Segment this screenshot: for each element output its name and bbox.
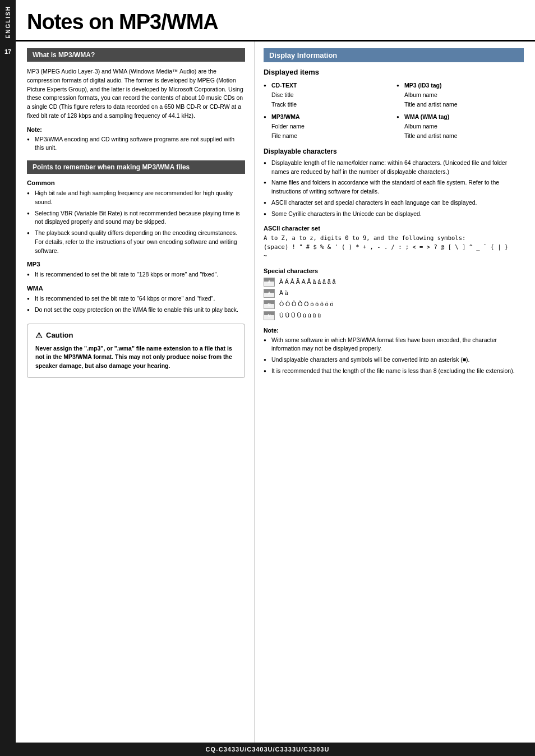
common-item-1: High bit rate and high sampling frequenc…	[27, 189, 245, 207]
note-item-r2: Undisplayable characters and symbols wil…	[264, 356, 524, 365]
what-is-header: What is MP3/WMA?	[27, 48, 245, 62]
char-icon-a2: A	[264, 289, 275, 298]
char-text-1: À Á Â Ã Ä Å à á â ã å	[279, 278, 335, 286]
mp3-title: MP3	[27, 261, 245, 268]
bottom-area: 18 CQ-C3433U/C3403U/C3333U/C3303U	[16, 745, 535, 756]
mp3-id3-album: Album name	[396, 90, 524, 100]
right-column: Display Information Displayed items CD-T…	[255, 42, 535, 745]
common-item-2: Selecting VBR (Variable Bit Rate) is not…	[27, 209, 245, 227]
note-label-2: Note:	[264, 327, 524, 334]
mp3-list: It is recommended to set the bit rate to…	[27, 270, 245, 279]
mp3-id3-title: Title and artist name	[396, 100, 524, 109]
displayable-title: Displayable characters	[264, 147, 524, 155]
mp3-id3-label: MP3 (ID3 tag)	[396, 81, 524, 90]
main-content: Notes on MP3/WMA What is MP3/WMA? MP3 (M…	[16, 0, 535, 756]
char-row-4: U Ù Ú Û Ü ù ú û ü	[264, 311, 524, 320]
char-icon-o: O	[264, 300, 275, 309]
mp3-item-1: It is recommended to set the bit rate to…	[27, 270, 245, 279]
sidebar: ENGLISH 17	[0, 0, 16, 756]
wma-album: Album name	[396, 122, 524, 131]
displayable-item-1: Displayable length of file name/folder n…	[264, 159, 524, 177]
char-icon-a: A	[264, 278, 275, 287]
common-item-3: The playback sound quality differs depen…	[27, 229, 245, 255]
mp3wma-file: File name	[264, 131, 391, 141]
note-item-r3: It is recommended that the length of the…	[264, 367, 524, 376]
display-columns: CD-TEXT Disc title Track title MP3/WMA F…	[264, 81, 524, 141]
common-list: High bit rate and high sampling frequenc…	[27, 189, 245, 255]
char-text-3: Ò Ó Ô Õ Ö ò ó ô õ ö	[279, 300, 333, 308]
display-col-1: CD-TEXT Disc title Track title MP3/WMA F…	[264, 81, 391, 141]
char-text-4: Ù Ú Û Ü ù ú û ü	[279, 311, 321, 320]
wma-item-1: It is recommended to set the bit rate to…	[27, 294, 245, 303]
caution-box: ⚠ Caution Never assign the ".mp3", or ".…	[27, 324, 245, 378]
display-col-2: MP3 (ID3 tag) Album name Title and artis…	[396, 81, 524, 141]
special-chars-title: Special characters	[264, 268, 524, 274]
wma-list: It is recommended to set the bit rate to…	[27, 294, 245, 315]
wma-title: Title and artist name	[396, 131, 524, 141]
ascii-tilde: ~	[264, 252, 524, 261]
char-row-3: O Ò Ó Ô Õ Ö ò ó ô õ ö	[264, 300, 524, 309]
displayable-item-2: Name files and folders in accordance wit…	[264, 178, 524, 196]
model-number-bar: CQ-C3433U/C3403U/C3333U/C3303U	[0, 743, 535, 756]
char-row-2: A Ä ä	[264, 289, 524, 298]
char-icon-u: U	[264, 311, 275, 320]
displayable-list: Displayable length of file name/folder n…	[264, 159, 524, 219]
note-item-r1: With some software in which MP3/WMA form…	[264, 336, 524, 354]
caution-icon: ⚠	[35, 331, 43, 340]
ascii-title: ASCII character set	[264, 225, 524, 232]
mp3wma-folder: Folder name	[264, 122, 391, 131]
cd-text-disc: Disc title	[264, 90, 391, 100]
wma-title: WMA	[27, 285, 245, 292]
ascii-symbols: (space) ! " # $ % & ' ( ) * + , - . / : …	[264, 243, 524, 252]
points-header: Points to remember when making MP3/WMA f…	[27, 160, 245, 174]
language-label: ENGLISH	[5, 6, 11, 38]
ascii-text: A to Z, a to z, digits 0 to 9, and the f…	[264, 234, 524, 243]
display-header: Display Information	[264, 48, 524, 62]
left-column: What is MP3/WMA? MP3 (MPEG Audio Layer-3…	[16, 42, 255, 745]
note-label-1: Note:	[27, 126, 245, 133]
content-columns: What is MP3/WMA? MP3 (MPEG Audio Layer-3…	[16, 42, 535, 745]
wma-tag-label: WMA (WMA tag)	[396, 112, 524, 122]
cd-text-label: CD-TEXT	[264, 81, 391, 90]
caution-text: Never assign the ".mp3", or ".wma" file …	[35, 344, 237, 371]
char-text-2: Ä ä	[279, 289, 288, 297]
what-is-body: MP3 (MPEG Audio Layer-3) and WMA (Window…	[27, 67, 245, 121]
cd-text-track: Track title	[264, 100, 391, 109]
displayable-item-4: Some Cyrillic characters in the Unicode …	[264, 210, 524, 219]
wma-item-2: Do not set the copy protection on the WM…	[27, 306, 245, 315]
page-title-bar: Notes on MP3/WMA	[16, 0, 535, 42]
note-list-2: With some software in which MP3/WMA form…	[264, 336, 524, 376]
note-list-1: MP3/WMA encoding and CD writing software…	[27, 135, 245, 153]
displayable-item-3: ASCII character set and special characte…	[264, 199, 524, 208]
displayed-items-title: Displayed items	[264, 68, 524, 76]
page-title: Notes on MP3/WMA	[27, 10, 524, 34]
note-item: MP3/WMA encoding and CD writing software…	[27, 135, 245, 153]
caution-title: ⚠ Caution	[35, 331, 237, 340]
common-title: Common	[27, 179, 245, 186]
mp3wma-label: MP3/WMA	[264, 112, 391, 122]
char-row-1: A À Á Â Ã Ä Å à á â ã å	[264, 278, 524, 287]
sidebar-page-number: 17	[4, 48, 11, 55]
